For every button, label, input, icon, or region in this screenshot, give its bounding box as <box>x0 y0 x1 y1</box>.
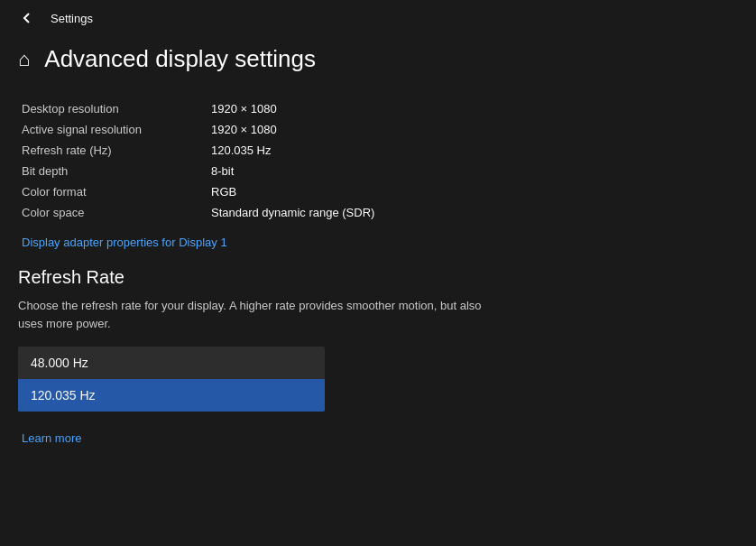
table-row: Color format RGB <box>22 181 738 202</box>
table-row: Active signal resolution 1920 × 1080 <box>22 119 738 140</box>
row-label: Bit depth <box>22 164 211 178</box>
page-title: Advanced display settings <box>44 45 316 73</box>
title-bar: Settings <box>0 0 756 36</box>
main-content: ⌂ Advanced display settings Desktop reso… <box>0 36 756 464</box>
table-row: Bit depth 8-bit <box>22 161 738 181</box>
row-label: Color format <box>22 185 211 199</box>
learn-more-link[interactable]: Learn more <box>18 431 81 445</box>
row-label: Active signal resolution <box>22 123 211 136</box>
display-info-table: Desktop resolution 1920 × 1080 Active si… <box>18 98 738 223</box>
row-label: Color space <box>22 206 211 219</box>
refresh-rate-description: Choose the refresh rate for your display… <box>18 297 505 332</box>
refresh-rate-list: 48.000 Hz 120.035 Hz <box>18 347 325 412</box>
table-row: Refresh rate (Hz) 120.035 Hz <box>22 140 738 161</box>
back-arrow-icon <box>20 11 34 25</box>
row-label: Refresh rate (Hz) <box>22 143 211 157</box>
row-value: 120.035 Hz <box>211 143 272 157</box>
title-bar-label: Settings <box>51 12 93 25</box>
rate-option-48hz[interactable]: 48.000 Hz <box>18 347 325 379</box>
row-value: 1920 × 1080 <box>211 123 277 136</box>
row-value: 8-bit <box>211 164 234 178</box>
page-header: ⌂ Advanced display settings <box>18 45 738 80</box>
row-value: 1920 × 1080 <box>211 102 277 116</box>
row-value: Standard dynamic range (SDR) <box>211 206 374 219</box>
table-row: Color space Standard dynamic range (SDR) <box>22 202 738 223</box>
rate-option-120hz[interactable]: 120.035 Hz <box>18 379 325 412</box>
table-row: Desktop resolution 1920 × 1080 <box>22 98 738 119</box>
home-icon: ⌂ <box>18 48 30 71</box>
refresh-rate-section-title: Refresh Rate <box>18 267 738 288</box>
row-label: Desktop resolution <box>22 102 211 116</box>
row-value: RGB <box>211 185 236 199</box>
back-button[interactable] <box>14 5 40 31</box>
adapter-properties-link[interactable]: Display adapter properties for Display 1 <box>18 236 227 249</box>
